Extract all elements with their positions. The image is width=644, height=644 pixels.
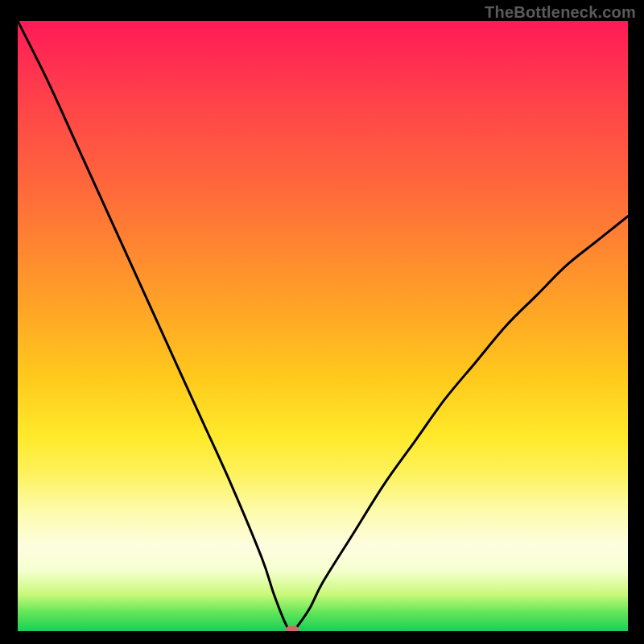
bottleneck-curve-path: [18, 21, 628, 631]
bottleneck-curve-svg: [18, 21, 628, 631]
plot-area: [18, 21, 628, 631]
chart-frame: TheBottleneck.com: [0, 0, 644, 644]
watermark-text: TheBottleneck.com: [485, 3, 636, 22]
optimum-marker: [286, 626, 299, 631]
